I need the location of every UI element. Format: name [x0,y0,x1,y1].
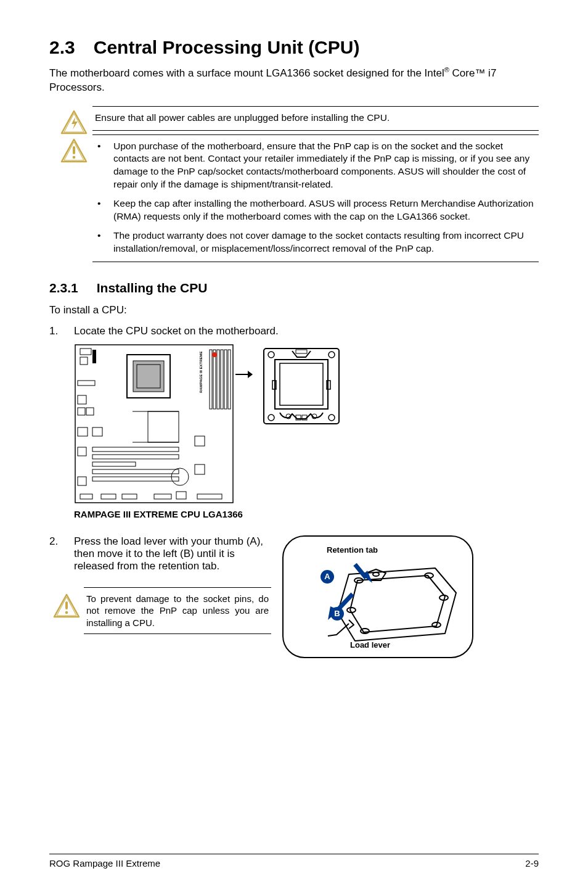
svg-rect-41 [101,494,116,499]
svg-point-51 [268,415,274,421]
svg-point-72 [373,572,379,576]
socket-iso-svg [293,556,463,648]
svg-rect-53 [296,350,307,353]
svg-rect-20 [148,411,179,442]
svg-rect-9 [92,350,96,363]
svg-point-50 [329,352,335,358]
subsection-heading: 2.3.1Installing the CPU [49,281,539,295]
svg-rect-33 [92,469,179,474]
step-number: 2. [49,535,74,572]
svg-rect-4 [73,146,75,154]
svg-rect-7 [80,349,91,355]
danger-text: Ensure that all power cables are unplugg… [92,106,539,131]
svg-rect-43 [154,494,171,499]
svg-rect-17 [213,350,216,409]
lightning-icon [60,110,88,134]
step-2: 2. Press the load lever with your thumb … [49,535,271,572]
svg-rect-40 [80,494,92,499]
socket-callout-figure: Retention tab [282,535,473,658]
caution-icon [53,593,80,618]
step-text: Locate the CPU socket on the motherboard… [74,325,279,337]
svg-rect-15 [228,350,231,409]
load-lever-label: Load lever [350,640,390,650]
svg-point-23 [212,352,217,357]
section-title: Central Processing Unit (CPU) [94,37,360,57]
socket-detail-svg [261,346,341,426]
svg-rect-38 [195,464,205,474]
step-number: 1. [49,325,74,337]
danger-notice: Ensure that all power cables are unplugg… [55,106,539,134]
lead-in-text: To install a CPU: [49,304,539,316]
svg-rect-55 [280,363,323,405]
svg-rect-45 [197,494,222,499]
svg-rect-26 [78,408,85,415]
svg-rect-32 [92,462,136,466]
svg-rect-31 [92,455,179,459]
pnp-caution-text: To prevent damage to the socket pins, do… [84,587,271,635]
svg-point-65 [65,611,68,614]
svg-rect-13 [221,350,223,409]
svg-rect-18 [210,350,212,409]
caution-notice: •Upon purchase of the motherboard, ensur… [55,134,539,262]
pnp-caution: To prevent damage to the socket pins, do… [49,587,271,635]
caution-icon [60,138,88,163]
svg-rect-24 [78,381,95,386]
step-1: 1. Locate the CPU socket on the motherbo… [49,325,539,337]
retention-tab-label: Retention tab [327,545,462,555]
warning-item: Upon purchase of the motherboard, ensure… [113,140,536,192]
svg-rect-34 [92,477,179,481]
diagram-caption: RAMPAGE III EXTREME CPU LGA1366 [74,509,539,519]
subsection-number: 2.3.1 [49,281,78,295]
svg-marker-47 [248,371,253,378]
svg-rect-14 [224,350,227,409]
badge-b: B [330,607,344,621]
warning-item: Keep the cap after installing the mother… [113,197,536,223]
svg-rect-36 [78,477,86,485]
svg-rect-29 [92,427,102,436]
svg-rect-16 [217,350,219,409]
svg-rect-8 [80,357,88,365]
intro-paragraph: The motherboard comes with a surface mou… [49,65,539,95]
section-number: 2.3 [49,37,75,58]
warning-list: •Upon purchase of the motherboard, ensur… [95,140,536,255]
svg-rect-44 [176,492,186,499]
step-text: Press the load lever with your thumb (A)… [74,535,271,572]
svg-rect-28 [78,427,88,436]
subsection-title: Installing the CPU [97,281,208,295]
svg-rect-35 [78,447,86,456]
svg-rect-11 [133,361,164,392]
footer-right: 2-9 [525,858,539,868]
arrow-icon [234,362,253,387]
svg-rect-64 [65,601,68,609]
page-footer: ROG Rampage III Extreme 2-9 [49,854,539,868]
svg-rect-42 [122,494,137,499]
svg-point-49 [268,352,274,358]
motherboard-svg: RAMPAGE III EXTREME [74,344,234,504]
warning-item: The product warranty does not cover dama… [113,229,536,255]
svg-rect-27 [86,408,94,415]
footer-left: ROG Rampage III Extreme [49,858,160,868]
svg-rect-39 [195,436,205,446]
svg-point-5 [73,155,76,159]
motherboard-diagram: RAMPAGE III EXTREME [74,344,539,504]
svg-rect-25 [78,395,86,404]
svg-point-52 [329,415,335,421]
section-heading: 2.3Central Processing Unit (CPU) [49,37,539,58]
svg-text:RAMPAGE III EXTREME: RAMPAGE III EXTREME [199,351,203,393]
badge-a: A [321,570,334,584]
svg-rect-30 [92,447,179,452]
svg-rect-54 [275,360,328,409]
